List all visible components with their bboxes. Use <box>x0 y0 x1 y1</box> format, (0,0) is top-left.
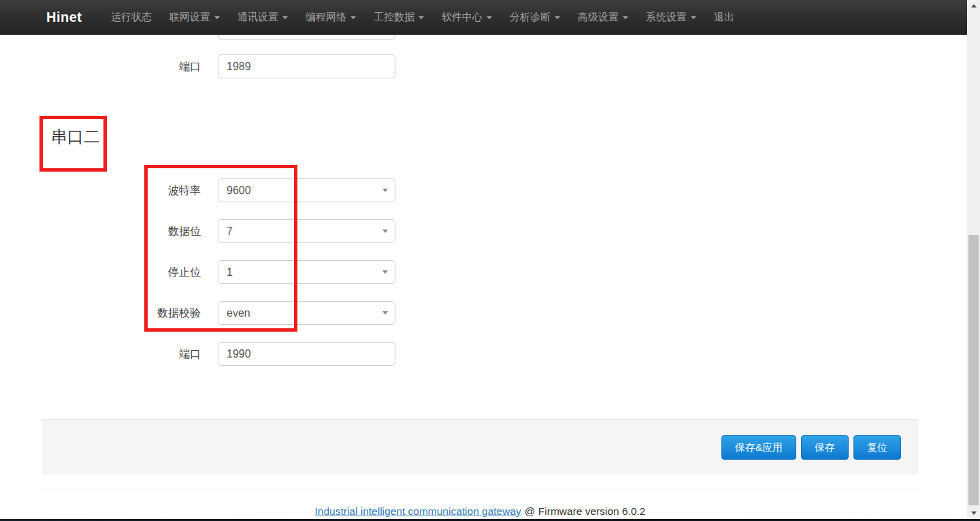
select-arrow-icon <box>382 270 388 274</box>
page: Hinet 运行状态 联网设置 通讯设置 编程网络 工控数据 软件中 <box>0 0 980 521</box>
nav-item-programming-network[interactable]: 编程网络 <box>297 0 365 35</box>
port2-input[interactable] <box>218 342 395 366</box>
select-arrow-icon <box>382 230 388 233</box>
action-bar: 保存&应用 保存 复位 <box>42 419 918 475</box>
chevron-down-icon <box>282 16 288 19</box>
firmware-version-text: @ Firmware version 6.0.2 <box>525 505 646 517</box>
nav-item-label: 退出 <box>714 11 734 24</box>
footer-divider <box>42 490 918 490</box>
port1-label: 端口 <box>88 54 201 78</box>
nav-item-label: 软件中心 <box>442 11 483 24</box>
nav-item-label: 系统设置 <box>646 11 687 24</box>
nav-item-label: 联网设置 <box>169 11 210 24</box>
chevron-down-icon <box>350 16 356 19</box>
vertical-scrollbar[interactable] <box>967 0 980 521</box>
parity-label: 数据校验 <box>88 301 201 325</box>
stopbits-label: 停止位 <box>88 260 201 284</box>
scroll-up-icon <box>971 4 977 7</box>
nav-item-label: 编程网络 <box>306 11 346 24</box>
section-title-serial2: 串口二 <box>51 125 100 148</box>
port2-label: 端口 <box>88 342 201 366</box>
baudrate-label: 波特率 <box>88 178 201 202</box>
save-button[interactable]: 保存 <box>801 435 849 460</box>
parity-selected-value: even <box>227 307 250 319</box>
form-row-stopbits: 停止位 1 <box>0 260 967 284</box>
scrollbar-thumb[interactable] <box>968 235 979 505</box>
chevron-down-icon <box>691 16 696 19</box>
save-apply-button[interactable]: 保存&应用 <box>721 435 796 460</box>
nav-item-industrial-data[interactable]: 工控数据 <box>365 0 433 35</box>
form-row-port2: 端口 <box>0 342 967 366</box>
nav-menu: 运行状态 联网设置 通讯设置 编程网络 工控数据 软件中心 <box>102 0 743 35</box>
databits-selected-value: 7 <box>227 225 233 237</box>
nav-item-analysis-diagnosis[interactable]: 分析诊断 <box>501 0 569 35</box>
parity-select[interactable]: even <box>218 301 395 325</box>
chevron-down-icon <box>555 16 560 19</box>
nav-item-label: 通讯设置 <box>238 11 278 24</box>
brand-logo[interactable]: Hinet <box>46 0 82 35</box>
nav-item-running-status[interactable]: 运行状态 <box>102 0 161 35</box>
baudrate-selected-value: 9600 <box>227 185 251 196</box>
chevron-down-icon <box>419 16 424 19</box>
nav-item-software-center[interactable]: 软件中心 <box>433 0 501 35</box>
form-row-port1: 端口 <box>0 54 967 78</box>
stopbits-selected-value: 1 <box>227 266 233 278</box>
stopbits-select[interactable]: 1 <box>218 260 395 284</box>
nav-item-network-settings[interactable]: 联网设置 <box>161 0 229 35</box>
top-navbar: Hinet 运行状态 联网设置 通讯设置 编程网络 工控数据 软件中 <box>0 0 967 35</box>
reset-button[interactable]: 复位 <box>853 435 901 460</box>
nav-item-comm-settings[interactable]: 通讯设置 <box>229 0 297 35</box>
form-row-baudrate: 波特率 9600 <box>0 178 967 202</box>
nav-item-label: 运行状态 <box>111 11 152 24</box>
nav-item-label: 分析诊断 <box>510 11 551 24</box>
databits-select[interactable]: 7 <box>218 219 395 243</box>
databits-label: 数据位 <box>88 219 201 243</box>
form-row-databits: 数据位 7 <box>0 219 967 243</box>
select-arrow-icon <box>382 189 388 192</box>
nav-item-label: 高级设置 <box>578 11 619 24</box>
nav-item-logout[interactable]: 退出 <box>705 0 743 35</box>
baudrate-select[interactable]: 9600 <box>218 178 395 202</box>
scroll-down-button[interactable] <box>967 507 980 519</box>
chevron-down-icon <box>487 16 492 19</box>
gateway-link[interactable]: Industrial intelligent communication gat… <box>315 505 521 517</box>
select-arrow-icon <box>382 311 388 315</box>
page-footer: Industrial intelligent communication gat… <box>42 505 918 518</box>
chevron-down-icon <box>214 16 220 19</box>
scroll-down-icon <box>971 511 977 515</box>
chevron-down-icon <box>623 16 628 19</box>
scroll-up-button[interactable] <box>967 0 980 12</box>
port1-input[interactable] <box>218 54 395 78</box>
nav-item-advanced-settings[interactable]: 高级设置 <box>569 0 637 35</box>
form-row-parity: 数据校验 even <box>0 301 967 325</box>
nav-item-system-settings[interactable]: 系统设置 <box>637 0 705 35</box>
nav-item-label: 工控数据 <box>374 11 414 24</box>
